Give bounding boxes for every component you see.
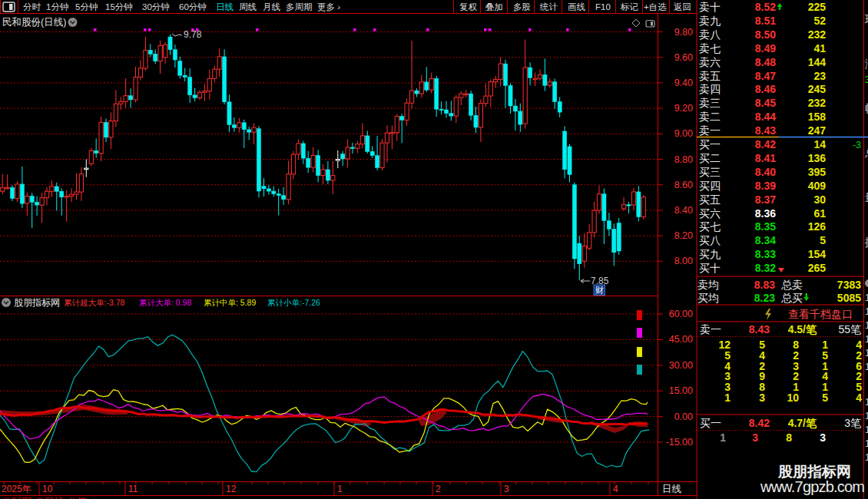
svg-text:5: 5 xyxy=(822,392,828,404)
svg-text:1: 1 xyxy=(865,425,868,435)
svg-text:买二: 买二 xyxy=(699,152,721,164)
svg-text:1: 1 xyxy=(865,397,868,408)
svg-text:8.83: 8.83 xyxy=(754,279,775,291)
svg-text:卖七: 卖七 xyxy=(699,42,721,55)
svg-text:41: 41 xyxy=(813,42,826,55)
svg-text:换: 换 xyxy=(864,236,868,248)
svg-text:8.34: 8.34 xyxy=(755,234,776,246)
svg-text:9.20: 9.20 xyxy=(674,103,693,114)
svg-text:复权: 复权 xyxy=(459,2,478,12)
svg-text:累计中单: 5.89: 累计中单: 5.89 xyxy=(204,298,256,307)
svg-text:8.43: 8.43 xyxy=(749,323,770,335)
svg-text:15.00: 15.00 xyxy=(669,385,693,396)
svg-text:股朋指标网: 股朋指标网 xyxy=(777,464,851,480)
svg-text:卖五: 卖五 xyxy=(699,70,721,82)
svg-text:12: 12 xyxy=(226,484,237,494)
svg-text:8.00: 8.00 xyxy=(674,256,693,266)
svg-text:卖均: 卖均 xyxy=(697,279,719,291)
svg-text:买五: 买五 xyxy=(699,193,721,206)
svg-text:4: 4 xyxy=(856,392,862,404)
svg-text:3: 3 xyxy=(759,392,765,404)
svg-text:1: 1 xyxy=(865,362,868,372)
svg-text:8.52: 8.52 xyxy=(755,1,776,13)
svg-text:61: 61 xyxy=(813,207,826,220)
svg-text:1: 1 xyxy=(865,292,868,303)
svg-text:卖一: 卖一 xyxy=(699,124,721,137)
svg-text:2025年: 2025年 xyxy=(2,484,31,494)
svg-text:8.48: 8.48 xyxy=(755,56,776,68)
svg-text:卖四: 卖四 xyxy=(699,83,721,95)
svg-text:多股: 多股 xyxy=(513,2,531,12)
svg-text:民和股份(日线): 民和股份(日线) xyxy=(2,17,66,28)
svg-text:8.36: 8.36 xyxy=(755,207,776,220)
svg-text:统计: 统计 xyxy=(539,2,558,12)
svg-text:8.20: 8.20 xyxy=(674,230,693,241)
svg-text:买均: 买均 xyxy=(697,292,719,304)
svg-text:1: 1 xyxy=(337,484,343,494)
svg-text:卖一: 卖一 xyxy=(700,323,721,335)
svg-text:总买: 总买 xyxy=(781,292,803,304)
svg-text:买九: 买九 xyxy=(699,248,721,260)
svg-text:分时图 多日线 分笔: 分时图 多日线 分笔 xyxy=(2,496,87,499)
svg-text:查看千档盘口: 查看千档盘口 xyxy=(788,308,853,320)
svg-text:1: 1 xyxy=(865,320,868,331)
svg-text:股朋指标网: 股朋指标网 xyxy=(14,297,60,308)
svg-text:周线: 周线 xyxy=(239,2,257,12)
svg-text:8.45: 8.45 xyxy=(755,97,776,109)
svg-text:8.42: 8.42 xyxy=(749,417,770,429)
svg-text:3: 3 xyxy=(752,431,758,444)
svg-text:409: 409 xyxy=(808,180,827,192)
svg-text:1: 1 xyxy=(724,392,731,404)
svg-text:9.00: 9.00 xyxy=(674,128,693,139)
svg-text:5分钟: 5分钟 xyxy=(75,2,98,12)
svg-text:5: 5 xyxy=(820,234,826,246)
svg-text:4.7/笔: 4.7/笔 xyxy=(788,417,817,429)
svg-text:8.60: 8.60 xyxy=(674,180,693,190)
svg-text:265: 265 xyxy=(808,262,827,274)
svg-text:月线: 月线 xyxy=(263,2,281,12)
svg-text:3: 3 xyxy=(504,484,509,494)
svg-text:158: 158 xyxy=(808,111,827,123)
svg-text:2: 2 xyxy=(436,484,441,494)
svg-text:-15.00: -15.00 xyxy=(666,437,693,448)
svg-text:395: 395 xyxy=(808,166,827,178)
svg-text:卖六: 卖六 xyxy=(699,56,721,68)
svg-text:154: 154 xyxy=(808,248,827,260)
svg-text:8.23: 8.23 xyxy=(754,292,775,304)
svg-text:8.47: 8.47 xyxy=(755,70,776,82)
svg-text:买七: 买七 xyxy=(699,220,721,233)
svg-text:8.33: 8.33 xyxy=(755,248,776,260)
svg-text:卖十: 卖十 xyxy=(699,1,721,13)
svg-text:9.40: 9.40 xyxy=(674,78,693,88)
svg-text:30: 30 xyxy=(813,193,826,206)
svg-text:买十: 买十 xyxy=(699,262,721,274)
svg-text:卖八: 卖八 xyxy=(699,28,721,41)
svg-text:8.41: 8.41 xyxy=(755,152,776,164)
svg-text:财: 财 xyxy=(595,286,604,295)
svg-text:3: 3 xyxy=(820,431,826,444)
svg-text:8.44: 8.44 xyxy=(755,111,776,123)
svg-text:多周期: 多周期 xyxy=(286,2,313,12)
svg-text:30分钟: 30分钟 xyxy=(142,2,170,12)
svg-text:+自选: +自选 xyxy=(644,2,667,12)
svg-text:总: 总 xyxy=(865,147,868,159)
svg-text:买六: 买六 xyxy=(699,207,721,220)
svg-text:-3: -3 xyxy=(853,140,861,150)
svg-text:247: 247 xyxy=(808,124,827,137)
svg-text:1: 1 xyxy=(720,431,726,444)
svg-text:累计小单:-7.26: 累计小单:-7.26 xyxy=(267,298,320,307)
svg-text:144: 144 xyxy=(808,56,827,68)
svg-text:8.42: 8.42 xyxy=(755,138,776,150)
svg-text:8.40: 8.40 xyxy=(674,205,693,216)
svg-text:60分钟: 60分钟 xyxy=(179,2,207,12)
svg-text:卖三: 卖三 xyxy=(699,97,721,109)
svg-text:8.80: 8.80 xyxy=(674,154,693,165)
svg-text:幅: 幅 xyxy=(865,102,868,114)
svg-text:55笔: 55笔 xyxy=(838,323,861,335)
svg-text:1: 1 xyxy=(865,334,868,345)
svg-text:买四: 买四 xyxy=(699,180,721,192)
svg-text:9.78: 9.78 xyxy=(184,29,202,40)
svg-text:8.40: 8.40 xyxy=(755,166,776,178)
svg-text:10: 10 xyxy=(787,392,799,404)
svg-text:买一: 买一 xyxy=(699,138,721,150)
